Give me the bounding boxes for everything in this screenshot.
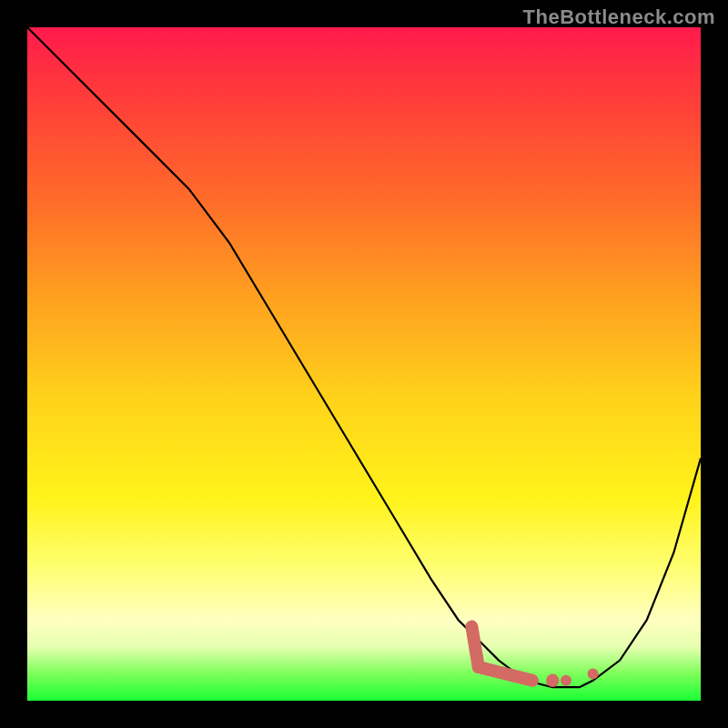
marker-segment [479, 667, 532, 681]
marker-dot [561, 675, 571, 686]
watermark-text: TheBottleneck.com [523, 5, 715, 29]
marker-dot [546, 674, 559, 687]
chart-container: TheBottleneck.com [0, 0, 728, 728]
curve-markers [471, 627, 598, 687]
marker-dot [588, 668, 599, 679]
bottleneck-curve [27, 27, 701, 687]
plot-area [27, 27, 701, 701]
curve-layer [27, 27, 701, 701]
